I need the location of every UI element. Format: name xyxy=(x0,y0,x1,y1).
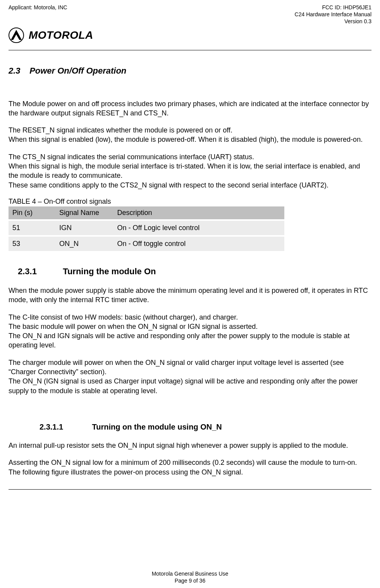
cell-signal: IGN xyxy=(55,220,113,236)
col-header-pin: Pin (s) xyxy=(9,206,55,220)
page-container: Applicant: Motorola, INC FCC ID: IHDP56J… xyxy=(0,0,380,588)
intro-p3-line2: When this signal is high, the module ser… xyxy=(9,162,360,179)
on-off-signals-table: Pin (s) Signal Name Description 51 IGN O… xyxy=(9,206,284,251)
sub231-p2-line1: The C-lite consist of two HW models: bas… xyxy=(9,313,238,321)
page-header-meta: Applicant: Motorola, INC FCC ID: IHDP56J… xyxy=(9,4,371,25)
col-header-desc: Description xyxy=(113,206,285,220)
intro-p1: The Module power on and off process incl… xyxy=(9,99,371,118)
col-header-signal: Signal Name xyxy=(55,206,113,220)
intro-p2: The RESET_N signal indicates whether the… xyxy=(9,126,371,144)
doc-version: Version 0.3 xyxy=(295,18,371,25)
section-heading-2-3: 2.3 Power On/Off Operation xyxy=(9,66,371,76)
table4-caption: TABLE 4 – On-Off control signals xyxy=(9,198,371,206)
intro-p3-line3: These same conditions apply to the CTS2_… xyxy=(9,181,328,189)
subsection-title: Turning the module On xyxy=(63,266,156,276)
sub231-p2-line2: The basic module will power on when the … xyxy=(9,323,258,330)
footer-divider xyxy=(9,489,371,490)
intro-p2-line1: The RESET_N signal indicates whether the… xyxy=(9,126,232,134)
cell-desc: On - Off Logic level control xyxy=(113,220,285,236)
sub231-p3-line2: The ON_N (IGN signal is used as Charger … xyxy=(9,377,358,394)
sub231-p1: When the module power supply is stable a… xyxy=(9,286,371,305)
subsection-heading-2-3-1: 2.3.1 Turning the module On xyxy=(9,266,371,277)
intro-p2-line2: When this signal is enabled (low), the m… xyxy=(9,136,363,143)
sub2311-p1: An internal pull-up resistor sets the ON… xyxy=(9,441,371,450)
intro-block: The Module power on and off process incl… xyxy=(9,99,371,198)
sub231-p3: The charger module will power on when th… xyxy=(9,358,371,395)
cell-desc: On - Off toggle control xyxy=(113,236,285,251)
section-title: Power On/Off Operation xyxy=(29,66,126,76)
table-row: 51 IGN On - Off Logic level control xyxy=(9,220,284,236)
sub231-block: When the module power supply is stable a… xyxy=(9,286,371,403)
sub2311-block: An internal pull-up resistor sets the ON… xyxy=(9,441,371,485)
intro-p3-line1: The CTS_N signal indicates the serial co… xyxy=(9,153,254,161)
sub2311-p2-line2: The following figure illustrates the pow… xyxy=(9,468,243,476)
intro-p3: The CTS_N signal indicates the serial co… xyxy=(9,152,371,190)
cell-pin: 51 xyxy=(9,220,55,236)
fcc-id: FCC ID: IHDP56JE1 xyxy=(295,4,371,11)
header-right-block: FCC ID: IHDP56JE1 C24 Hardware Interface… xyxy=(295,4,371,25)
subsubsection-heading-2-3-1-1: 2.3.1.1 Turning on the module using ON_N xyxy=(9,423,371,432)
sub231-p2: The C-lite consist of two HW models: bas… xyxy=(9,313,371,350)
subsubsection-number: 2.3.1.1 xyxy=(40,423,90,432)
motorola-batwing-icon xyxy=(9,28,24,43)
manual-title: C24 Hardware Interface Manual xyxy=(295,11,371,18)
sub2311-p2-line1: Asserting the ON_N signal low for a mini… xyxy=(9,459,357,466)
table-row: 53 ON_N On - Off toggle control xyxy=(9,236,284,251)
motorola-wordmark: MOTOROLA xyxy=(29,29,93,41)
table-header-row: Pin (s) Signal Name Description xyxy=(9,206,284,220)
page-footer: Motorola General Business Use Page 9 of … xyxy=(9,568,371,584)
cell-signal: ON_N xyxy=(55,236,113,251)
applicant-label: Applicant: Motorola, INC xyxy=(9,4,67,11)
footer-classification: Motorola General Business Use xyxy=(9,570,371,577)
sub231-p3-line1: The charger module will power on when th… xyxy=(9,359,344,376)
header-divider xyxy=(9,50,371,50)
cell-pin: 53 xyxy=(9,236,55,251)
sub231-p2-line3: The ON_N and IGN signals will be active … xyxy=(9,332,349,349)
section-number: 2.3 xyxy=(9,66,27,76)
subsection-number: 2.3.1 xyxy=(18,266,60,277)
sub2311-p2: Asserting the ON_N signal low for a mini… xyxy=(9,458,371,477)
brand-logo: MOTOROLA xyxy=(9,28,371,43)
footer-page-number: Page 9 of 36 xyxy=(9,577,371,584)
subsubsection-title: Turning on the module using ON_N xyxy=(92,423,222,431)
